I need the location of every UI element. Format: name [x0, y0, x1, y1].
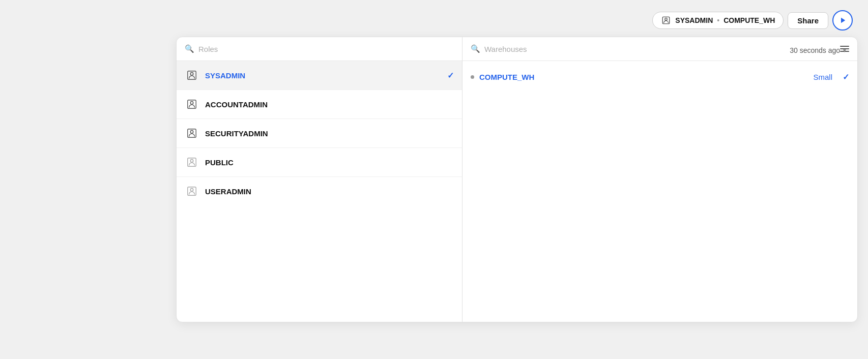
role-item-public[interactable]: PUBLIC: [177, 148, 462, 177]
public-icon: [185, 155, 199, 169]
warehouse-status-dot: [471, 75, 474, 79]
top-bar: SYSADMIN • COMPUTE_WH Share: [652, 10, 858, 31]
svg-point-1: [665, 18, 668, 21]
role-item-accountadmin[interactable]: ACCOUNTADMIN: [177, 90, 462, 119]
dropdown-panel: 30 seconds ago ▼ 🔍 Roles: [176, 37, 858, 322]
sysadmin-checkmark: ✓: [447, 71, 454, 80]
svg-point-11: [190, 189, 193, 192]
page-wrapper: SYSADMIN • COMPUTE_WH Share 30 seconds a…: [10, 10, 858, 359]
sysadmin-icon: [185, 68, 199, 82]
roles-search-placeholder: Roles: [198, 45, 218, 53]
role-item-sysadmin[interactable]: SYSADMIN ✓: [177, 61, 462, 90]
pill-separator: •: [717, 16, 719, 24]
role-label: SYSADMIN: [675, 16, 713, 24]
timestamp-caret-icon: ▼: [842, 48, 847, 53]
svg-point-3: [190, 73, 193, 76]
warehouses-list: COMPUTE_WH Small ✓: [462, 61, 857, 322]
public-label: PUBLIC: [205, 158, 454, 167]
warehouse-name: COMPUTE_WH: [479, 73, 808, 81]
securityadmin-icon: [185, 126, 199, 140]
svg-point-9: [190, 160, 193, 163]
warehouses-search-icon: 🔍: [471, 44, 480, 53]
securityadmin-label: SECURITYADMIN: [205, 129, 454, 138]
role-warehouse-pill[interactable]: SYSADMIN • COMPUTE_WH: [652, 12, 784, 29]
warehouse-checkmark: ✓: [843, 72, 849, 82]
sysadmin-label: SYSADMIN: [205, 71, 441, 80]
user-role-icon: [661, 15, 671, 25]
accountadmin-label: ACCOUNTADMIN: [205, 100, 454, 109]
timestamp-row: 30 seconds ago ▼: [790, 46, 847, 54]
columns-container: 🔍 Roles SYSADMIN: [177, 37, 857, 322]
warehouses-search-placeholder: Warehouses: [484, 45, 527, 53]
role-item-useradmin[interactable]: USERADMIN: [177, 177, 462, 205]
share-button[interactable]: Share: [788, 12, 828, 29]
play-icon: [838, 16, 847, 25]
svg-point-5: [190, 102, 193, 105]
useradmin-icon: [185, 184, 199, 198]
useradmin-label: USERADMIN: [205, 187, 454, 196]
roles-list: SYSADMIN ✓ ACCOUNTADMIN: [177, 61, 462, 322]
warehouses-column: 🔍 Warehouses COMPUTE_WH Small ✓: [462, 37, 857, 322]
roles-search-bar: 🔍 Roles: [177, 37, 462, 61]
timestamp-text: 30 seconds ago: [790, 46, 840, 54]
roles-column: 🔍 Roles SYSADMIN: [177, 37, 462, 322]
roles-search-icon: 🔍: [185, 44, 194, 53]
warehouse-item-compute-wh[interactable]: COMPUTE_WH Small ✓: [462, 65, 857, 89]
warehouses-search: 🔍 Warehouses: [471, 44, 836, 53]
warehouse-label: COMPUTE_WH: [724, 16, 775, 24]
warehouse-size: Small: [813, 73, 832, 81]
run-button[interactable]: [832, 10, 853, 31]
role-item-securityadmin[interactable]: SECURITYADMIN: [177, 119, 462, 148]
accountadmin-icon: [185, 97, 199, 111]
svg-point-7: [190, 131, 193, 134]
